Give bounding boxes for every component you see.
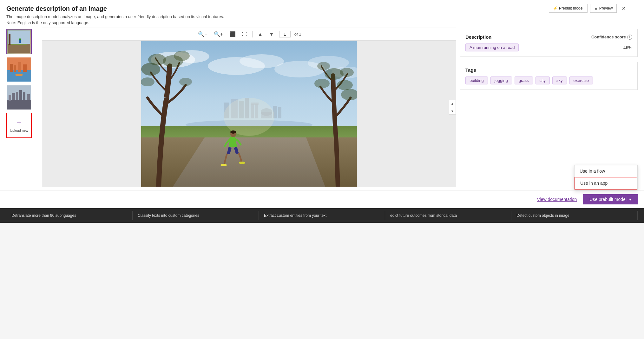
fit-width-button[interactable]: ⬛	[228, 30, 237, 38]
skyline-thumb-svg	[7, 85, 31, 110]
tag-sky: sky	[552, 76, 567, 84]
dropdown-use-in-app[interactable]: Use in an app	[575, 177, 637, 189]
svg-point-54	[314, 79, 330, 88]
zoom-out-button[interactable]: 🔍−	[197, 30, 208, 38]
tag-exercise: exercise	[569, 76, 593, 84]
info-icon[interactable]: i	[627, 35, 632, 40]
confidence-label: Confidence score	[591, 35, 626, 39]
svg-point-60	[220, 164, 227, 166]
svg-point-48	[174, 51, 190, 61]
close-button[interactable]: ×	[619, 4, 628, 13]
svg-rect-4	[9, 34, 10, 45]
preview-icon: ▲	[594, 6, 598, 10]
thumbnail-image-runner	[7, 30, 31, 54]
prebuilt-model-button[interactable]: ⚡ Prebuilt model	[549, 4, 588, 13]
prebuilt-label: Prebuilt model	[559, 6, 583, 10]
use-in-flow-label: Use in a flow	[580, 169, 605, 174]
scroll-arrows: ▲ ▼	[449, 100, 456, 115]
use-prebuilt-label: Use prebuilt model	[589, 197, 627, 202]
toolbar-separator	[252, 31, 253, 37]
tag-building: building	[465, 76, 488, 84]
dropdown-use-in-flow[interactable]: Use in a flow	[575, 165, 637, 177]
modal-subtitle: The image description model analyzes an …	[0, 12, 644, 20]
svg-point-55	[340, 68, 354, 77]
svg-rect-20	[23, 92, 25, 100]
bottom-card-text-1: Detranslate more than 90 supnguages	[11, 213, 76, 218]
preview-button[interactable]: ▲ Preview	[590, 4, 617, 13]
thumbnail-item[interactable]	[6, 29, 32, 54]
image-toolbar: 🔍− 🔍+ ⬛ ⛶ ▲ ▼ of 1	[42, 28, 456, 41]
svg-rect-40	[278, 107, 281, 118]
svg-rect-16	[9, 95, 11, 101]
chevron-down-icon: ▾	[629, 197, 631, 202]
svg-point-52	[337, 80, 353, 90]
image-viewer: 🔍− 🔍+ ⬛ ⛶ ▲ ▼ of 1	[42, 28, 456, 187]
svg-point-5	[19, 38, 21, 40]
scroll-up-arrow[interactable]: ▲	[449, 100, 456, 107]
lightning-icon: ⚡	[553, 6, 558, 10]
dropdown-menu: Use in a flow Use in an app	[574, 165, 638, 190]
svg-point-59	[230, 130, 236, 134]
scroll-down-arrow[interactable]: ▼	[449, 108, 456, 114]
thumbnail-item[interactable]	[6, 85, 32, 110]
svg-rect-19	[19, 90, 22, 100]
description-title: Description	[465, 34, 492, 40]
tags-section: Tags building jogging grass city sky exe…	[460, 62, 638, 90]
svg-point-57	[224, 98, 274, 136]
svg-point-13	[15, 74, 23, 76]
svg-rect-9	[10, 64, 13, 72]
bottom-card-4: edict future outcomes from storical data	[385, 211, 511, 220]
thumbnail-image-city	[7, 57, 31, 82]
description-section: Description Confidence score i A man run…	[460, 29, 638, 57]
bottom-card-1: Detranslate more than 90 supnguages	[6, 211, 133, 220]
image-container: ▲ ▼	[42, 41, 456, 187]
page-input[interactable]	[279, 31, 291, 37]
page-of-label: of 1	[294, 32, 301, 37]
bottom-card-2: Classify texts into custom categories	[133, 211, 259, 220]
svg-rect-6	[19, 40, 21, 43]
svg-rect-17	[12, 93, 15, 100]
bottom-card-text-4: edict future outcomes from storical data	[390, 213, 457, 218]
bottom-card-text-3: Extract custom entities from your text	[264, 213, 326, 218]
tag-jogging: jogging	[490, 76, 512, 84]
use-prebuilt-button[interactable]: Use prebuilt model ▾	[583, 194, 638, 204]
upload-label: Upload new	[10, 129, 28, 132]
modal-title: Generate description of an image	[6, 5, 107, 12]
svg-rect-15	[7, 100, 31, 110]
svg-point-49	[141, 77, 154, 86]
bottom-cards: Detranslate more than 90 supnguages Clas…	[0, 208, 644, 223]
thumbnail-item[interactable]	[6, 57, 32, 82]
preview-label: Preview	[599, 6, 613, 10]
modal-header: Generate description of an image ⚡ Prebu…	[0, 0, 644, 12]
top-buttons-group: ⚡ Prebuilt model ▲ Preview ×	[549, 4, 628, 13]
modal-body: + Upload new 🔍− 🔍+ ⬛ ⛶ ▲ ▼ of 1	[0, 28, 644, 190]
svg-point-50	[179, 78, 192, 86]
results-panel: Description Confidence score i A man run…	[460, 28, 638, 187]
svg-rect-12	[23, 64, 27, 72]
modal: Generate description of an image ⚡ Prebu…	[0, 0, 644, 223]
svg-rect-10	[14, 65, 16, 72]
bottom-card-text-5: Detect custom objects in image	[516, 213, 569, 218]
prev-page-button[interactable]: ▲	[256, 31, 264, 38]
thumbnail-image-skyline	[7, 85, 31, 110]
tags-list: building jogging grass city sky exercise	[465, 76, 632, 84]
svg-point-61	[239, 162, 245, 164]
description-row: A man running on a road 46%	[465, 43, 632, 51]
zoom-in-button[interactable]: 🔍+	[213, 30, 224, 38]
bottom-card-text-2: Classify texts into custom categories	[138, 213, 199, 218]
bottom-card-3: Extract custom entities from your text	[259, 211, 385, 220]
modal-title-group: Generate description of an image	[6, 5, 107, 12]
city-thumb-svg	[7, 57, 31, 82]
modal-footer: View documentation Use prebuilt model ▾ …	[0, 190, 644, 208]
next-page-button[interactable]: ▼	[268, 31, 275, 38]
tags-title: Tags	[465, 67, 632, 73]
tag-grass: grass	[515, 76, 533, 84]
confidence-header: Confidence score i	[591, 35, 632, 40]
fit-page-button[interactable]: ⛶	[241, 31, 248, 38]
svg-point-56	[317, 62, 330, 70]
svg-rect-3	[8, 30, 30, 44]
svg-rect-11	[18, 62, 21, 72]
view-docs-button[interactable]: View documentation	[537, 197, 577, 202]
upload-new-button[interactable]: + Upload new	[6, 113, 32, 138]
svg-rect-21	[27, 94, 30, 100]
